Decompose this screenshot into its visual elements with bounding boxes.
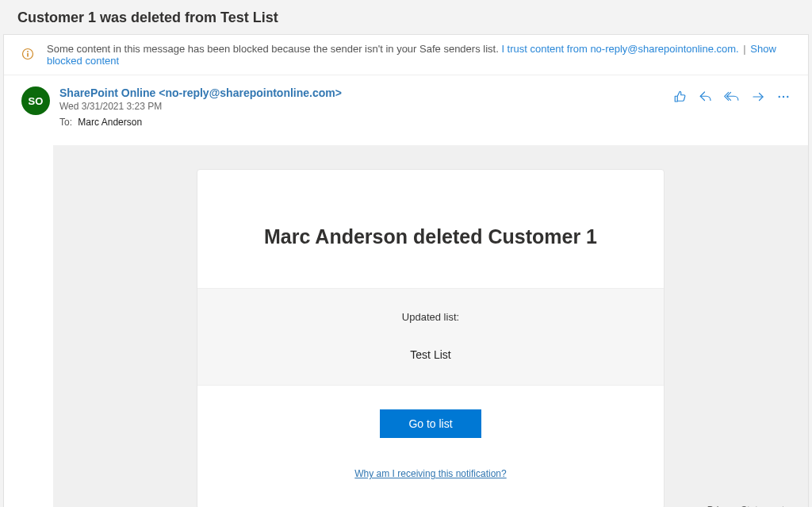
more-actions-button[interactable] [776, 90, 791, 104]
svg-rect-2 [27, 52, 29, 56]
infobar-text: Some content in this message has been bl… [47, 43, 791, 67]
blocked-content-infobar: Some content in this message has been bl… [4, 35, 808, 75]
like-button[interactable] [673, 90, 688, 104]
card-middle-section: Updated list: Test List [197, 289, 664, 386]
message-header: SO SharePoint Online <no-reply@sharepoin… [4, 75, 808, 136]
svg-point-1 [27, 51, 29, 52]
to-label: To: [59, 117, 72, 128]
header-meta: SharePoint Online <no-reply@sharepointon… [59, 86, 673, 128]
sender-display-name: SharePoint Online [59, 86, 155, 99]
message-actions [673, 86, 791, 104]
card-title: Marc Anderson deleted Customer 1 [197, 170, 664, 289]
svg-point-4 [783, 96, 784, 98]
trust-sender-link[interactable]: I trust content from no-reply@sharepoint… [501, 43, 738, 55]
notification-card: Marc Anderson deleted Customer 1 Updated… [197, 169, 665, 507]
sender-email: <no-reply@sharepointonline.com> [159, 86, 342, 99]
card-bottom-section: Go to list Why am I receiving this notif… [197, 386, 664, 507]
message-container: Some content in this message has been bl… [3, 34, 809, 507]
message-body: Marc Anderson deleted Customer 1 Updated… [53, 145, 808, 507]
why-receiving-link[interactable]: Why am I receiving this notification? [354, 468, 506, 479]
message-timestamp: Wed 3/31/2021 3:23 PM [59, 101, 673, 112]
forward-button[interactable] [751, 90, 765, 104]
reply-all-button[interactable] [724, 90, 740, 104]
sender-name-line[interactable]: SharePoint Online <no-reply@sharepointon… [59, 86, 673, 99]
go-to-list-button[interactable]: Go to list [380, 409, 481, 438]
page-title: Customer 1 was deleted from Test List [0, 0, 812, 34]
svg-point-3 [779, 96, 780, 98]
to-recipient: Marc Anderson [78, 117, 142, 128]
svg-point-5 [787, 96, 788, 98]
info-icon [21, 48, 34, 63]
reply-button[interactable] [699, 90, 713, 104]
infobar-message: Some content in this message has been bl… [47, 43, 499, 55]
list-name: Test List [213, 348, 648, 361]
sender-avatar[interactable]: SO [21, 86, 50, 115]
updated-list-label: Updated list: [213, 311, 648, 323]
to-line: To: Marc Anderson [59, 117, 673, 128]
